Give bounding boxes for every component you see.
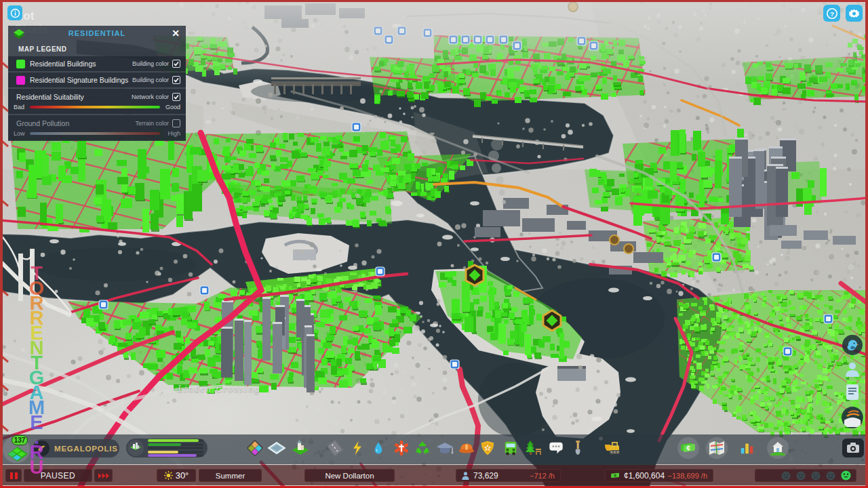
svg-text:¢: ¢ [686,444,690,452]
svg-text:?: ? [829,9,833,17]
